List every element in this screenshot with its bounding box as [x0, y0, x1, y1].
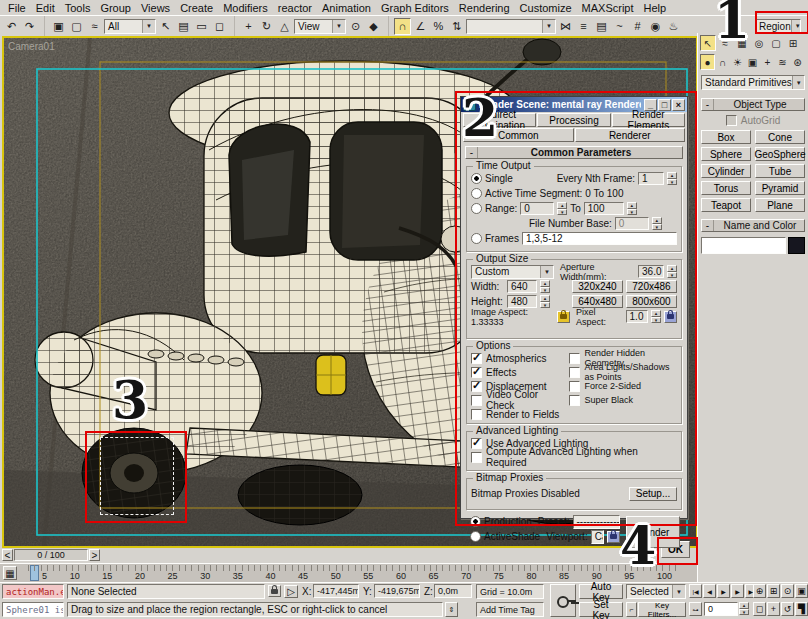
- viewport-lock-icon[interactable]: [607, 531, 620, 543]
- tab-utilities[interactable]: ⊞: [785, 35, 801, 51]
- preset-dropdown[interactable]: ----------------▼: [573, 515, 621, 529]
- play-icon[interactable]: ▶: [717, 584, 730, 598]
- track-bar[interactable]: ▦ 51015202530354045505560657075808590951…: [0, 563, 697, 582]
- range-to-field[interactable]: 100: [584, 202, 624, 215]
- menu-item[interactable]: reactor: [273, 2, 317, 14]
- checkbox[interactable]: [471, 395, 482, 406]
- mirror-icon[interactable]: ⋈: [557, 18, 574, 35]
- dialog-tab[interactable]: Render Elements: [612, 113, 685, 127]
- image-aspect-lock-icon[interactable]: [557, 311, 570, 323]
- object-type-button[interactable]: Tube: [755, 164, 805, 178]
- region-zoom-icon[interactable]: ◻: [753, 602, 766, 616]
- object-type-button[interactable]: Torus: [701, 181, 751, 195]
- menu-item[interactable]: MAXScript: [577, 2, 639, 14]
- production-radio[interactable]: [470, 516, 481, 527]
- file-number-base-field[interactable]: 0: [615, 217, 649, 230]
- schematic-view-icon[interactable]: #: [629, 18, 646, 35]
- autogrid-checkbox[interactable]: [726, 115, 737, 126]
- menu-item[interactable]: File: [3, 2, 31, 14]
- align-icon[interactable]: ≡: [575, 18, 592, 35]
- key-filters-button[interactable]: Key Filters...: [638, 602, 686, 617]
- bind-to-space-warp-icon[interactable]: ≈: [86, 18, 103, 35]
- maxscript-listener-input[interactable]: Sphere01 is 1: [2, 602, 64, 617]
- z-coordinate-field[interactable]: 0,0m: [434, 584, 472, 598]
- set-key-mode-button[interactable]: [550, 584, 576, 617]
- aperture-spinner[interactable]: ▴▾: [667, 265, 677, 278]
- time-slider-back-icon[interactable]: <: [2, 549, 13, 561]
- object-type-button[interactable]: Box: [701, 130, 751, 144]
- select-and-link-icon[interactable]: ▣: [50, 18, 67, 35]
- x-coordinate-field[interactable]: -417,445m: [313, 584, 359, 598]
- checkbox[interactable]: [471, 438, 482, 449]
- single-radio[interactable]: [471, 173, 482, 184]
- checkbox[interactable]: [471, 452, 482, 463]
- menu-item[interactable]: Views: [136, 2, 175, 14]
- menu-item[interactable]: Group: [95, 2, 136, 14]
- object-type-button[interactable]: Pyramid: [755, 181, 805, 195]
- named-selection-sets-dropdown[interactable]: ▼: [466, 19, 556, 34]
- category-systems-icon[interactable]: ⊛: [790, 54, 805, 70]
- checkbox[interactable]: [471, 381, 482, 392]
- file-number-spinner[interactable]: ▴▾: [652, 217, 662, 230]
- frames-field[interactable]: 1,3,5-12: [522, 232, 677, 245]
- spinner-snap-icon[interactable]: ⇅: [448, 18, 465, 35]
- select-and-move-icon[interactable]: +: [240, 18, 257, 35]
- frame-spinner[interactable]: ▴▾: [739, 602, 749, 615]
- window-crossing-icon[interactable]: ◻: [211, 18, 228, 35]
- range-to-spinner[interactable]: ▴▾: [627, 202, 637, 215]
- select-and-scale-icon[interactable]: △: [276, 18, 293, 35]
- checkbox[interactable]: [569, 367, 580, 378]
- zoom-icon[interactable]: ⊕: [753, 584, 766, 598]
- curve-editor-icon[interactable]: ~: [611, 18, 628, 35]
- checkbox[interactable]: [471, 367, 482, 378]
- width-field[interactable]: 640: [507, 280, 537, 293]
- reference-coordinate-dropdown[interactable]: View▼: [294, 19, 346, 34]
- arc-rotate-icon[interactable]: ↺: [781, 602, 794, 616]
- range-radio[interactable]: [471, 203, 482, 214]
- resolution-preset-button[interactable]: 800x600: [626, 295, 677, 308]
- activeshade-radio[interactable]: [470, 531, 481, 542]
- percent-snap-icon[interactable]: %: [430, 18, 447, 35]
- current-frame-field[interactable]: 0: [704, 602, 738, 616]
- snap-toggle-3d-icon[interactable]: ∩: [394, 18, 411, 35]
- menu-item[interactable]: Create: [175, 2, 218, 14]
- add-time-tag[interactable]: Add Time Tag: [476, 602, 544, 617]
- key-selection-dropdown[interactable]: Selected▼: [626, 584, 686, 599]
- layer-manager-icon[interactable]: ▤: [593, 18, 610, 35]
- object-type-button[interactable]: Cone: [755, 130, 805, 144]
- undo-icon[interactable]: ↶: [3, 18, 20, 35]
- tab-motion[interactable]: ◎: [751, 35, 767, 51]
- absolute-mode-icon[interactable]: ▷: [284, 585, 298, 598]
- category-shapes-icon[interactable]: ∩: [715, 54, 730, 70]
- selection-filter-dropdown[interactable]: All▼: [104, 19, 156, 34]
- material-editor-icon[interactable]: ◉: [647, 18, 664, 35]
- pixel-aspect-lock-icon[interactable]: [664, 311, 677, 323]
- resolution-preset-button[interactable]: 320x240: [572, 280, 623, 293]
- checkbox[interactable]: [471, 409, 482, 420]
- viewport-dropdown[interactable]: Camera01▼: [591, 530, 604, 544]
- select-by-name-icon[interactable]: ▤: [175, 18, 192, 35]
- zoom-extents-icon[interactable]: ⊙: [781, 584, 794, 598]
- previous-frame-icon[interactable]: ◀: [703, 584, 716, 598]
- width-spinner[interactable]: ▴▾: [540, 280, 550, 293]
- frames-radio[interactable]: [471, 233, 482, 244]
- category-helpers-icon[interactable]: +: [760, 54, 775, 70]
- dialog-tab[interactable]: Processing: [537, 113, 610, 127]
- object-type-button[interactable]: Teapot: [701, 198, 751, 212]
- selection-lock-icon[interactable]: [268, 585, 281, 597]
- category-cameras-icon[interactable]: ▣: [745, 54, 760, 70]
- track-bar-filter-icon[interactable]: ▦: [3, 566, 17, 580]
- auto-key-button[interactable]: Auto Key: [579, 584, 623, 599]
- name-and-color-rollout[interactable]: - Name and Color: [701, 219, 805, 232]
- every-nth-frame-field[interactable]: 1: [638, 172, 664, 185]
- object-color-swatch[interactable]: [788, 237, 805, 254]
- object-type-button[interactable]: Cylinder: [701, 164, 751, 178]
- object-type-button[interactable]: GeoSphere: [755, 147, 805, 161]
- range-from-spinner[interactable]: ▴▾: [557, 202, 567, 215]
- render-scene-icon[interactable]: ♨: [665, 18, 682, 35]
- time-slider-forward-icon[interactable]: >: [89, 549, 100, 561]
- select-and-manipulate-icon[interactable]: ◆: [365, 18, 382, 35]
- menu-item[interactable]: Customize: [515, 2, 577, 14]
- menu-item[interactable]: Animation: [317, 2, 376, 14]
- category-geometry-icon[interactable]: ●: [700, 54, 715, 70]
